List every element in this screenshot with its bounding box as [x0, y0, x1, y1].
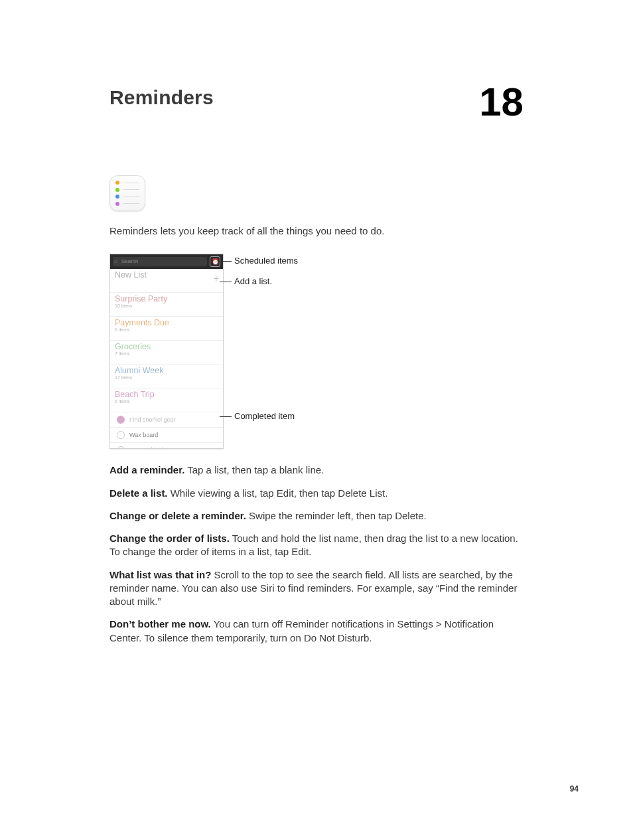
- body-text: Add a reminder. Tap a list, then tap a b…: [109, 463, 524, 645]
- checkbox-icon[interactable]: [117, 446, 125, 449]
- list-row[interactable]: Payments Due 6 items: [110, 317, 223, 341]
- paragraph: What list was that in? Scroll to the top…: [109, 568, 524, 609]
- paragraphs.p3: Change or delete a reminder. Swipe the r…: [109, 509, 524, 523]
- list-name: Beach Trip: [115, 390, 218, 399]
- list-count: 6 items: [115, 327, 218, 333]
- list-count: 10 items: [115, 303, 218, 309]
- paragraph: Delete a list. While viewing a list, tap…: [109, 487, 524, 500]
- manual-page: Reminders 18 Reminders lets you keep tra…: [0, 0, 633, 840]
- figure-area: Search ⏰ New List + Surprise Party 10 it…: [109, 254, 524, 453]
- intro-text: Reminders lets you keep track of all the…: [109, 224, 524, 238]
- scheduled-button[interactable]: ⏰: [210, 256, 220, 267]
- paragraph: Add a reminder. Tap a list, then tap a b…: [109, 463, 524, 477]
- reminder-item[interactable]: Find snorkel gear: [110, 412, 223, 428]
- reminder-label: Wax board: [129, 432, 158, 438]
- chapter-number: 18: [479, 82, 524, 122]
- list-row[interactable]: Beach Trip 6 items: [110, 388, 223, 412]
- paragraph: Change the order of lists. Touch and hol…: [109, 532, 524, 559]
- list-count: 6 items: [115, 399, 218, 404]
- search-placeholder: Search: [121, 258, 138, 264]
- list-row[interactable]: Alumni Week 17 items: [110, 365, 223, 388]
- list-row[interactable]: Groceries 7 items: [110, 341, 223, 365]
- list-name: Surprise Party: [115, 295, 218, 303]
- list-count: 7 items: [115, 351, 218, 357]
- list-count: 17 items: [115, 375, 218, 380]
- callout-add-list: Add a list.: [234, 276, 272, 286]
- reminder-item[interactable]: Wax board: [110, 428, 223, 443]
- plus-icon[interactable]: +: [214, 273, 219, 284]
- list-name: Alumni Week: [115, 367, 218, 375]
- paragraph: Don’t bother me now. You can turn off Re…: [109, 618, 524, 645]
- screenshot-topbar: Search ⏰: [110, 254, 223, 269]
- new-list-row[interactable]: New List +: [110, 269, 223, 293]
- reminder-label: Buy sunblock: [129, 447, 165, 449]
- reminder-item[interactable]: Buy sunblock: [110, 443, 223, 449]
- list-row[interactable]: Surprise Party 10 items: [110, 293, 223, 317]
- list-name: Payments Due: [115, 319, 218, 327]
- checkbox-icon[interactable]: [117, 431, 125, 439]
- callout-scheduled: Scheduled items: [234, 256, 298, 266]
- reminders-screenshot: Search ⏰ New List + Surprise Party 10 it…: [109, 254, 224, 449]
- clock-icon: ⏰: [212, 258, 219, 265]
- chapter-heading: Reminders 18: [109, 86, 524, 122]
- checkbox-icon[interactable]: [117, 416, 125, 424]
- page-number: 94: [570, 784, 579, 794]
- reminder-label: Find snorkel gear: [129, 416, 176, 423]
- callout-completed: Completed item: [234, 411, 295, 421]
- search-field[interactable]: Search: [113, 257, 207, 266]
- reminders-app-icon: [109, 175, 145, 211]
- new-list-label: New List: [115, 271, 218, 280]
- list-name: Groceries: [115, 343, 218, 351]
- chapter-title: Reminders: [109, 86, 214, 109]
